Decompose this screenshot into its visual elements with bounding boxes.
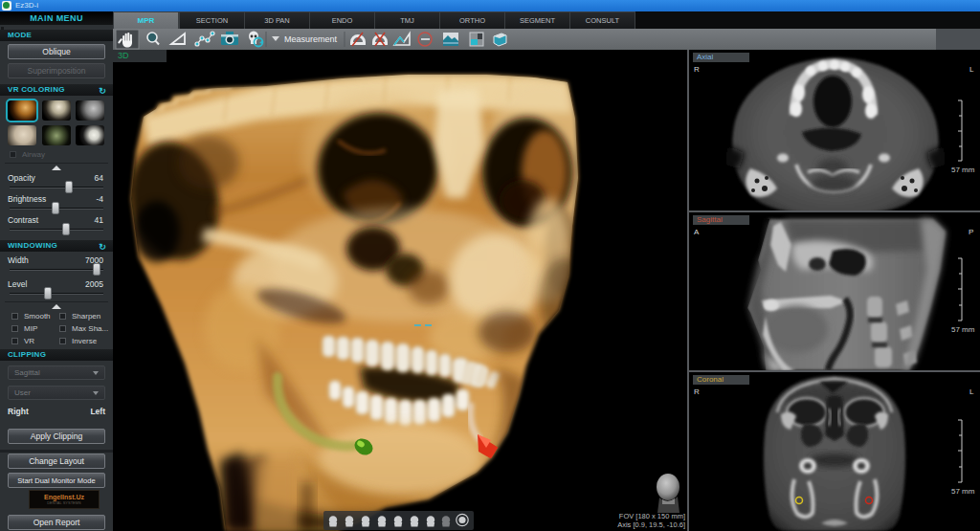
svg-text:Measurement: Measurement [284, 34, 338, 44]
